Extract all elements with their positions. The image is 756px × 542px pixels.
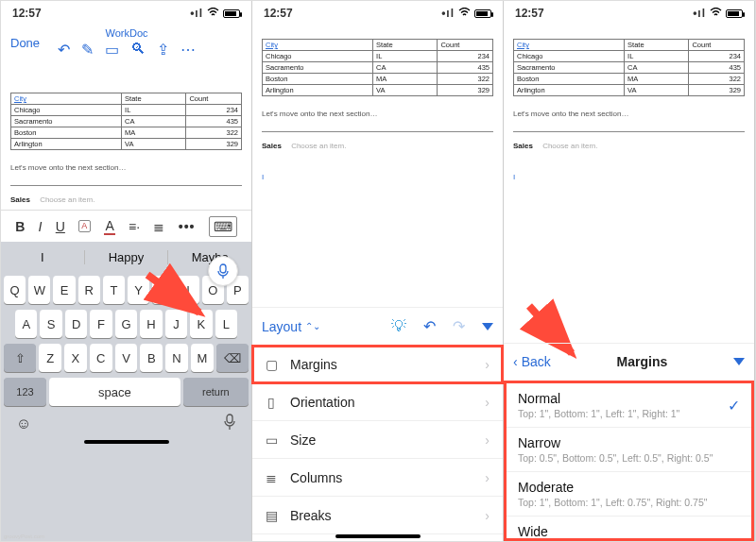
back-button[interactable]: ‹ Back xyxy=(513,354,551,369)
doc-paragraph[interactable]: Let's move onto the next section… xyxy=(262,110,493,118)
key-x[interactable]: X xyxy=(64,344,87,372)
th-state[interactable]: State xyxy=(122,93,186,105)
more-menu-icon[interactable]: ⋯ xyxy=(180,41,196,59)
key-y[interactable]: Y xyxy=(128,276,149,304)
table-row: BostonMA322 xyxy=(11,127,242,139)
key-l[interactable]: L xyxy=(215,310,237,338)
menu-item-breaks[interactable]: ▤Breaks › xyxy=(252,497,503,534)
doc-paragraph[interactable]: Let's move onto the next section… xyxy=(513,110,745,118)
doc-table[interactable]: CityStateCount ChicagoIL234 SacramentoCA… xyxy=(262,39,493,96)
key-c[interactable]: C xyxy=(90,344,112,372)
text-cursor: I xyxy=(513,173,745,181)
keyboard-toggle-button[interactable]: ⌨ xyxy=(209,216,237,237)
signal-icon xyxy=(693,7,706,20)
format-toolbar: B I U A ≡· ≣ ••• ⌨ xyxy=(1,210,251,242)
ideas-icon[interactable]: 💡︎ xyxy=(391,318,406,335)
chevron-updown-icon: ⌃⌄ xyxy=(305,321,320,331)
font-color-button[interactable]: A xyxy=(104,218,114,235)
margin-option-moderate[interactable]: Moderate Top: 1", Bottom: 1", Left: 0.75… xyxy=(507,472,751,517)
key-v[interactable]: V xyxy=(115,344,138,372)
suggestion-1[interactable]: I xyxy=(1,250,85,264)
shift-key[interactable]: ⇧ xyxy=(4,344,36,372)
number-list-button[interactable]: ≣ xyxy=(153,219,164,234)
key-z[interactable]: Z xyxy=(39,344,61,372)
key-s[interactable]: S xyxy=(40,310,61,338)
search-icon[interactable]: 🔍︎ xyxy=(130,41,146,59)
more-formatting-button[interactable]: ••• xyxy=(179,219,196,234)
key-e[interactable]: E xyxy=(53,276,75,304)
th-city[interactable]: City xyxy=(11,93,122,105)
menu-item-margins[interactable]: ▢Margins › xyxy=(252,346,503,383)
key-g[interactable]: G xyxy=(115,310,137,338)
delete-key[interactable]: ⌫ xyxy=(216,344,249,372)
italic-button[interactable]: I xyxy=(39,219,43,234)
home-indicator[interactable] xyxy=(335,534,421,538)
key-w[interactable]: W xyxy=(28,276,50,304)
sales-line[interactable]: Sales Choose an item. xyxy=(513,142,745,150)
layout-tab-dropdown[interactable]: Layout ⌃⌄ xyxy=(262,319,320,334)
return-key[interactable]: return xyxy=(183,378,249,406)
key-f[interactable]: F xyxy=(90,310,112,338)
space-key[interactable]: space xyxy=(49,378,180,406)
key-a[interactable]: A xyxy=(15,310,37,338)
orientation-icon: ▯ xyxy=(264,395,279,410)
emoji-key[interactable]: ☺ xyxy=(16,415,31,432)
dictation-fab[interactable] xyxy=(208,256,238,286)
margin-option-wide[interactable]: Wide Top: 1", Bottom: 1", Left: 2", Righ… xyxy=(507,517,751,542)
underline-button[interactable]: U xyxy=(56,219,65,234)
key-q[interactable]: Q xyxy=(4,276,26,304)
document-area[interactable]: CityStateCount ChicagoIL234 SacramentoCA… xyxy=(252,25,503,187)
bullet-list-button[interactable]: ≡· xyxy=(129,219,140,234)
key-d[interactable]: D xyxy=(65,310,87,338)
mic-key[interactable] xyxy=(223,414,236,434)
key-i[interactable]: I xyxy=(177,276,198,304)
th-count[interactable]: Count xyxy=(186,93,242,105)
key-b[interactable]: B xyxy=(140,344,163,372)
doc-title[interactable]: WorkDoc xyxy=(106,27,148,39)
key-j[interactable]: J xyxy=(165,310,187,338)
kbd-row3-letters: ZXCVBNM xyxy=(39,344,213,372)
highlight-button[interactable] xyxy=(78,220,91,232)
undo-icon[interactable]: ↶ xyxy=(58,41,70,59)
sales-line[interactable]: Sales Choose an item. xyxy=(10,195,242,204)
doc-table[interactable]: CityStateCount ChicagoIL234 SacramentoCA… xyxy=(513,39,745,96)
doc-divider xyxy=(10,185,242,186)
menu-item-columns[interactable]: ≣Columns › xyxy=(252,459,503,497)
table-row: ArlingtonVA329 xyxy=(263,85,493,96)
share-icon[interactable]: ⇪ xyxy=(157,41,169,59)
undo-icon[interactable]: ↶ xyxy=(423,317,436,335)
key-m[interactable]: M xyxy=(191,344,214,372)
done-button[interactable]: Done xyxy=(10,36,40,50)
document-area[interactable]: City State Count ChicagoIL234 Sacramento… xyxy=(1,64,251,210)
title-icons: ↶ ✎ ▭ 🔍︎ ⇪ ⋯ xyxy=(58,41,196,59)
document-area[interactable]: CityStateCount ChicagoIL234 SacramentoCA… xyxy=(504,25,754,187)
keyboard[interactable]: I Happy Maybe QWERTYUIOP ASDFGHJKL ⇧ ZXC… xyxy=(1,242,251,541)
mobile-view-icon[interactable]: ▭ xyxy=(105,41,119,59)
table-row: ArlingtonVA329 xyxy=(11,139,242,150)
menu-item-orientation[interactable]: ▯Orientation › xyxy=(252,383,503,421)
doc-table[interactable]: City State Count ChicagoIL234 Sacramento… xyxy=(10,93,242,150)
key-k[interactable]: K xyxy=(190,310,212,338)
doc-paragraph[interactable]: Let's move onto the next section… xyxy=(10,163,242,172)
doc-table-body: ChicagoIL234 SacramentoCA435 BostonMA322… xyxy=(11,105,242,150)
key-h[interactable]: H xyxy=(140,310,162,338)
margin-option-normal[interactable]: Normal Top: 1", Bottom: 1", Left: 1", Ri… xyxy=(507,383,751,428)
menu-item-size[interactable]: ▭Size › xyxy=(252,421,503,459)
key-r[interactable]: R xyxy=(78,276,100,304)
key-n[interactable]: N xyxy=(165,344,188,372)
draw-icon[interactable]: ✎ xyxy=(81,41,94,59)
redo-icon[interactable]: ↷ xyxy=(453,317,465,335)
battery-icon xyxy=(474,9,491,18)
margin-option-narrow[interactable]: Narrow Top: 0.5", Bottom: 0.5", Left: 0.… xyxy=(507,428,751,472)
numbers-key[interactable]: 123 xyxy=(4,378,46,406)
margins-options-list: Normal Top: 1", Bottom: 1", Left: 1", Ri… xyxy=(504,381,754,542)
bold-button[interactable]: B xyxy=(15,219,25,234)
suggestion-2[interactable]: Happy xyxy=(85,250,169,264)
sales-line[interactable]: Sales Choose an item. xyxy=(262,142,493,150)
collapse-ribbon-icon[interactable] xyxy=(482,323,493,330)
key-t[interactable]: T xyxy=(103,276,125,304)
key-u[interactable]: U xyxy=(152,276,174,304)
collapse-ribbon-icon[interactable] xyxy=(733,358,745,365)
table-row: SacramentoCA435 xyxy=(514,62,745,74)
home-indicator[interactable] xyxy=(84,440,169,444)
